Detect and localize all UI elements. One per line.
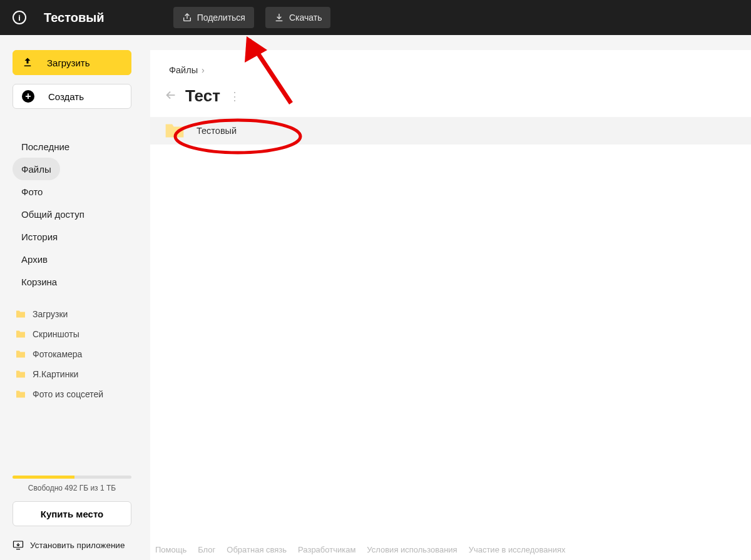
more-menu-button[interactable]: ⋮ <box>229 89 242 103</box>
download-icon <box>274 13 284 23</box>
sidebar-folder[interactable]: Фото из соцсетей <box>13 384 138 404</box>
nav-label: Общий доступ <box>21 209 84 220</box>
buy-more-button[interactable]: Купить место <box>13 501 131 526</box>
footer-link[interactable]: Блог <box>198 545 215 554</box>
breadcrumb[interactable]: Файлы › <box>150 50 751 75</box>
nav-label: Архив <box>21 254 48 265</box>
folder-icon <box>15 390 26 399</box>
install-label: Установить приложение <box>30 541 125 550</box>
folder-icon <box>15 310 26 318</box>
nav-shared[interactable]: Общий доступ <box>13 203 93 225</box>
folder-icon <box>164 123 185 139</box>
nav-trash[interactable]: Корзина <box>13 270 66 293</box>
create-label: Создать <box>48 91 84 102</box>
folder-label: Скриншоты <box>33 329 79 339</box>
sidebar-folder[interactable]: Я.Картинки <box>13 364 138 384</box>
main-panel: Файлы › Тест ⋮ Тестовый <box>150 50 751 560</box>
storage-bar <box>13 476 131 479</box>
nav-archive[interactable]: Архив <box>13 248 56 270</box>
nav-label: Корзина <box>21 277 57 287</box>
folder-label: Фотокамера <box>33 349 82 359</box>
share-label: Поделиться <box>197 13 245 23</box>
nav-recent[interactable]: Последние <box>13 135 78 158</box>
sidebar: Загрузить + Создать Последние Файлы Фото… <box>0 35 150 560</box>
footer-link[interactable]: Помощь <box>155 545 186 554</box>
topbar: i Тестовый Поделиться Скачать <box>0 0 751 35</box>
chevron-right-icon: › <box>202 65 205 75</box>
footer-link[interactable]: Участие в исследованиях <box>469 545 566 554</box>
footer: Помощь Блог Обратная связь Разработчикам… <box>150 539 751 560</box>
arrow-left-icon <box>164 88 178 102</box>
share-icon <box>182 13 192 23</box>
nav-label: Файлы <box>21 164 51 175</box>
topbar-title: Тестовый <box>44 11 105 25</box>
folder-label: Фото из соцсетей <box>33 389 103 399</box>
plus-icon: + <box>22 90 34 103</box>
share-button[interactable]: Поделиться <box>173 7 254 28</box>
sidebar-folder[interactable]: Загрузки <box>13 304 138 324</box>
back-button[interactable] <box>164 88 178 104</box>
upload-button[interactable]: Загрузить <box>13 50 131 75</box>
download-button[interactable]: Скачать <box>265 7 331 28</box>
page-title: Тест <box>185 86 220 106</box>
buy-label: Купить место <box>41 509 103 519</box>
storage-text: Свободно 492 ГБ из 1 ТБ <box>13 484 131 492</box>
install-icon <box>13 540 24 550</box>
upload-icon <box>22 57 33 68</box>
install-app-link[interactable]: Установить приложение <box>13 537 138 556</box>
folder-label: Я.Картинки <box>33 369 78 379</box>
info-icon[interactable]: i <box>13 11 26 24</box>
upload-label: Загрузить <box>47 58 90 68</box>
file-row[interactable]: Тестовый <box>150 117 751 145</box>
folder-icon <box>15 330 26 339</box>
create-button[interactable]: + Создать <box>13 84 131 109</box>
breadcrumb-label: Файлы <box>169 65 198 75</box>
download-label: Скачать <box>289 13 322 23</box>
nav-photo[interactable]: Фото <box>13 180 51 203</box>
nav-label: Последние <box>21 141 69 152</box>
folder-icon <box>15 350 26 359</box>
footer-link[interactable]: Условия использования <box>367 545 457 554</box>
nav-list: Последние Файлы Фото Общий доступ Истори… <box>13 135 138 293</box>
file-name: Тестовый <box>197 126 237 136</box>
folder-list: Загрузки Скриншоты Фотокамера Я.Картинки… <box>13 304 138 404</box>
sidebar-folder[interactable]: Скриншоты <box>13 324 138 344</box>
footer-link[interactable]: Разработчикам <box>298 545 355 554</box>
nav-label: Фото <box>21 186 43 197</box>
nav-history[interactable]: История <box>13 225 66 248</box>
folder-icon <box>15 370 26 379</box>
footer-link[interactable]: Обратная связь <box>227 545 287 554</box>
nav-files[interactable]: Файлы <box>13 158 60 180</box>
folder-label: Загрузки <box>33 309 68 319</box>
nav-label: История <box>21 232 58 242</box>
sidebar-folder[interactable]: Фотокамера <box>13 344 138 364</box>
